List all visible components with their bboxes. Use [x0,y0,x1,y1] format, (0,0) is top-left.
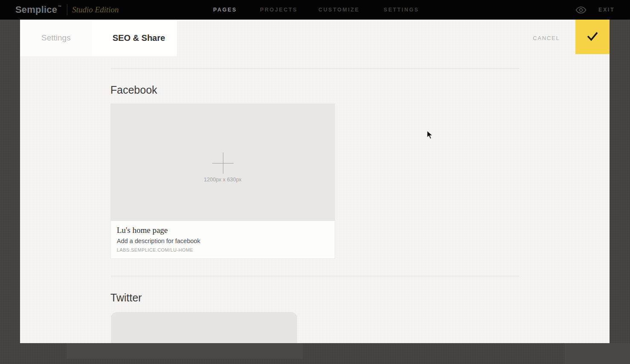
seo-share-modal: Settings SEO & Share CANCEL Facebook 120… [20,20,610,343]
page-title: SEO & Share [113,20,165,56]
facebook-preview-card: 1200px x 630px Lu's home page Add a desc… [110,103,335,259]
plus-icon [212,152,234,174]
section-divider [111,276,519,276]
twitter-section-heading: Twitter [110,292,142,304]
facebook-share-url: LABS.SEMPLICE.COM/LU-HOME [117,247,329,252]
facebook-card-info: Lu's home page Add a description for fac… [110,221,335,259]
exit-button[interactable]: EXIT [598,0,615,20]
preview-eye-icon[interactable] [575,0,587,20]
facebook-share-description[interactable]: Add a description for facebook [117,238,329,244]
nav-item-settings[interactable]: SETTINGS [384,0,419,20]
section-divider [111,68,519,69]
logo-trademark: ™ [58,5,61,9]
semplice-logo[interactable]: Semplice™ Studio Edition [15,0,118,20]
edition-label: Studio Edition [72,5,118,14]
image-dimensions-hint: 1200px x 630px [204,177,241,183]
admin-topbar: Semplice™ Studio Edition PAGES PROJECTS … [0,0,630,20]
breadcrumb-settings[interactable]: Settings [41,20,71,56]
backdrop-page-band [66,344,303,359]
facebook-section-heading: Facebook [110,84,157,96]
logo-separator [67,4,67,15]
facebook-image-upload-area[interactable]: 1200px x 630px [110,103,335,221]
backdrop-page-band [565,344,630,364]
checkmark-icon [585,30,600,44]
facebook-share-title[interactable]: Lu's home page [117,226,329,235]
twitter-preview-card[interactable] [111,312,297,343]
cancel-button[interactable]: CANCEL [533,20,560,56]
nav-item-pages[interactable]: PAGES [213,0,237,20]
logo-wordmark: Semplice [15,4,57,15]
nav-item-projects[interactable]: PROJECTS [260,0,298,20]
confirm-save-button[interactable] [575,20,610,54]
nav-item-customize[interactable]: CUSTOMIZE [318,0,360,20]
